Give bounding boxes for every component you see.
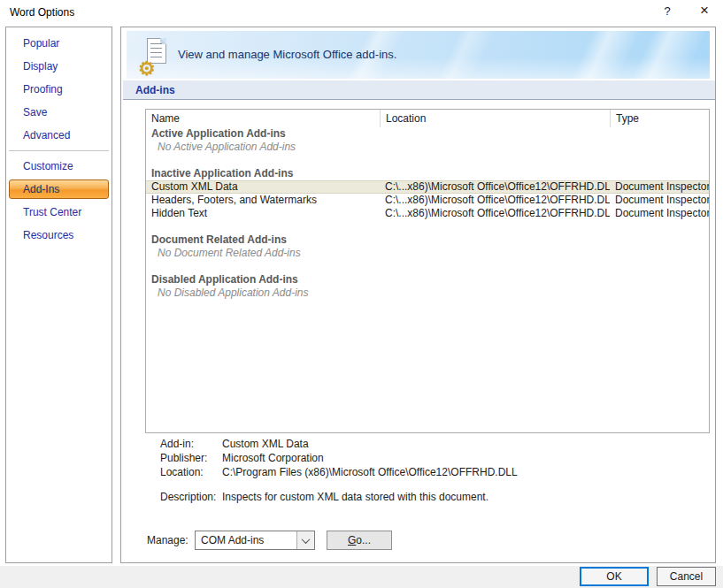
banner-text: View and manage Microsoft Office add-ins…: [178, 48, 396, 61]
page-banner: ⚙ View and manage Microsoft Office add-i…: [127, 31, 710, 79]
detail-row-publisher: Publisher: Microsoft Corporation: [160, 451, 691, 465]
add-ins-page-panel: ⚙ View and manage Microsoft Office add-i…: [120, 27, 716, 563]
group-inactive-add-ins: Inactive Application Add-ins Custom XML …: [146, 167, 709, 220]
list-header-row: Name Location Type: [146, 110, 709, 127]
cell-type: Document Inspector: [610, 180, 709, 194]
detail-label: Location:: [160, 465, 222, 479]
chevron-down-icon[interactable]: [296, 531, 314, 549]
table-row-headers-footers-watermarks[interactable]: Headers, Footers, and Watermarks C:\...x…: [146, 194, 709, 207]
group-disabled-add-ins: Disabled Application Add-ins No Disabled…: [146, 273, 709, 300]
sidebar-item-add-ins[interactable]: Add-Ins: [9, 179, 109, 199]
manage-dropdown[interactable]: COM Add-ins: [195, 531, 315, 550]
detail-row-location: Location: C:\Program Files (x86)\Microso…: [160, 465, 691, 479]
group-empty-text: No Document Related Add-ins: [146, 247, 709, 260]
dialog-footer: OK Cancel: [0, 566, 723, 588]
detail-value: Custom XML Data: [222, 437, 309, 451]
manage-label: Manage:: [147, 534, 195, 546]
column-header-location: Location: [380, 110, 610, 127]
sidebar-item-popular[interactable]: Popular: [6, 32, 112, 55]
sidebar-item-advanced[interactable]: Advanced: [6, 124, 112, 147]
table-row-custom-xml-data[interactable]: Custom XML Data C:\...x86)\Microsoft Off…: [146, 180, 709, 194]
column-header-type: Type: [610, 110, 709, 127]
selected-add-in-details: Add-in: Custom XML Data Publisher: Micro…: [160, 437, 691, 504]
sidebar-item-resources[interactable]: Resources: [6, 224, 112, 247]
manage-dropdown-value: COM Add-ins: [196, 534, 296, 546]
column-header-name: Name: [146, 110, 380, 127]
detail-label: Add-in:: [160, 437, 222, 451]
cell-name: Hidden Text: [146, 207, 380, 220]
group-active-add-ins: Active Application Add-ins No Active App…: [146, 127, 709, 154]
word-options-dialog: { "window": { "title": "Word Options" },…: [0, 0, 723, 588]
add-ins-list[interactable]: Name Location Type Active Application Ad…: [145, 109, 710, 433]
detail-value: Microsoft Corporation: [222, 451, 324, 465]
detail-value: C:\Program Files (x86)\Microsoft Office\…: [222, 465, 518, 479]
cell-type: Document Inspector: [610, 194, 709, 207]
group-header: Active Application Add-ins: [146, 127, 709, 141]
group-empty-text: No Disabled Application Add-ins: [146, 286, 709, 300]
sidebar-separator: [9, 150, 109, 151]
gear-icon: ⚙: [138, 59, 156, 79]
add-ins-section-header: Add-ins: [123, 80, 715, 100]
section-title: Add-ins: [135, 84, 175, 96]
detail-row-add-in: Add-in: Custom XML Data: [160, 437, 691, 451]
cell-location: C:\...x86)\Microsoft Office\Office12\OFF…: [380, 207, 610, 220]
detail-label: Publisher:: [160, 451, 222, 465]
group-document-related-add-ins: Document Related Add-ins No Document Rel…: [146, 233, 709, 260]
sidebar-item-trust-center[interactable]: Trust Center: [6, 201, 112, 224]
cell-location: C:\...x86)\Microsoft Office\Office12\OFF…: [380, 180, 610, 194]
sidebar-item-proofing[interactable]: Proofing: [6, 78, 112, 101]
page-text-lines: [150, 43, 162, 57]
cell-name: Custom XML Data: [146, 180, 380, 194]
window-title: Word Options: [10, 6, 74, 19]
help-icon[interactable]: ?: [659, 4, 675, 18]
group-empty-text: No Active Application Add-ins: [146, 141, 709, 154]
manage-controls: Manage: COM Add-ins Go...: [147, 531, 392, 550]
cell-type: Document Inspector: [610, 207, 709, 220]
go-button-label: Go...: [327, 534, 391, 546]
group-header: Inactive Application Add-ins: [146, 167, 709, 180]
group-header: Disabled Application Add-ins: [146, 273, 709, 286]
options-nav-sidebar: Popular Display Proofing Save Advanced C…: [5, 27, 112, 563]
sidebar-item-customize[interactable]: Customize: [6, 155, 112, 178]
group-header: Document Related Add-ins: [146, 233, 709, 247]
title-bar: Word Options ? ×: [0, 0, 723, 25]
detail-label: Description:: [160, 490, 222, 504]
add-in-document-gear-icon: ⚙: [142, 38, 173, 73]
detail-value: Inspects for custom XML data stored with…: [222, 490, 488, 504]
cell-name: Headers, Footers, and Watermarks: [146, 194, 380, 207]
ok-button[interactable]: OK: [580, 567, 649, 586]
cancel-button[interactable]: Cancel: [657, 567, 716, 586]
table-row-hidden-text[interactable]: Hidden Text C:\...x86)\Microsoft Office\…: [146, 207, 709, 220]
sidebar-item-save[interactable]: Save: [6, 101, 112, 124]
cell-location: C:\...x86)\Microsoft Office\Office12\OFF…: [380, 194, 610, 207]
sidebar-item-display[interactable]: Display: [6, 55, 112, 78]
go-button[interactable]: Go...: [327, 531, 392, 550]
close-icon[interactable]: ×: [696, 2, 713, 19]
detail-row-description: Description: Inspects for custom XML dat…: [160, 490, 691, 504]
